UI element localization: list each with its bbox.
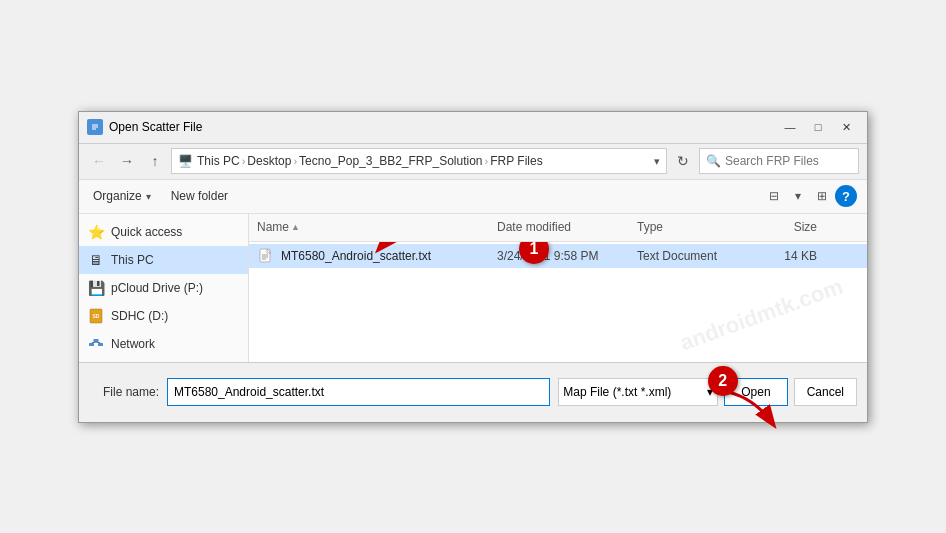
svg-rect-5 — [94, 339, 99, 342]
sdhc-icon: SD — [87, 307, 105, 325]
view-buttons: ⊟ ▾ ⊞ ? — [763, 185, 857, 207]
sidebar-label-this-pc: This PC — [111, 253, 154, 267]
svg-rect-4 — [98, 343, 103, 346]
organize-label: Organize — [93, 189, 142, 203]
file-size-cell: 14 KB — [747, 249, 817, 263]
watermark: androidmtk.com — [677, 273, 847, 356]
title-bar: Open Scatter File — □ ✕ — [79, 112, 867, 144]
pcloud-icon: 💾 — [87, 279, 105, 297]
up-button[interactable]: ↑ — [143, 149, 167, 173]
sidebar-item-quick-access[interactable]: ⭐ Quick access — [79, 218, 248, 246]
file-name-cell: MT6580_Android_scatter.txt — [257, 247, 497, 265]
crumb-folder1[interactable]: Tecno_Pop_3_BB2_FRP_Solution — [299, 154, 482, 168]
column-date[interactable]: Date modified — [497, 220, 637, 234]
filetype-label: Map File (*.txt *.xml) — [563, 385, 671, 399]
svg-rect-3 — [89, 343, 94, 346]
sidebar-item-this-pc[interactable]: 🖥 This PC — [79, 246, 248, 274]
help-button[interactable]: ? — [835, 185, 857, 207]
organize-button[interactable]: Organize ▾ — [89, 187, 155, 205]
sidebar-item-pcloud[interactable]: 💾 pCloud Drive (P:) — [79, 274, 248, 302]
sidebar-label-sdhc: SDHC (D:) — [111, 309, 168, 323]
filetype-dropdown[interactable]: Map File (*.txt *.xml) ▾ — [558, 378, 718, 406]
bottom-bar: File name: Map File (*.txt *.xml) ▾ 2 — [79, 362, 867, 422]
file-date-cell: 3/24/2021 9:58 PM — [497, 249, 637, 263]
cancel-button[interactable]: Cancel — [794, 378, 857, 406]
file-area: Name ▲ Date modified Type Size androidmt… — [249, 214, 867, 362]
svg-line-7 — [96, 342, 101, 343]
main-content: ⭐ Quick access 🖥 This PC 💾 pCloud Drive … — [79, 214, 867, 362]
open-scatter-dialog: Open Scatter File — □ ✕ ← → ↑ 🖥️ This PC… — [78, 111, 868, 423]
view-dropdown-button[interactable]: ▾ — [787, 185, 809, 207]
column-type[interactable]: Type — [637, 220, 747, 234]
minimize-button[interactable]: — — [777, 117, 803, 137]
crumb-desktop[interactable]: Desktop — [247, 154, 291, 168]
sidebar-label-pcloud: pCloud Drive (P:) — [111, 281, 203, 295]
new-folder-button[interactable]: New folder — [167, 187, 232, 205]
dialog-icon — [87, 119, 103, 135]
refresh-button[interactable]: ↻ — [671, 149, 695, 173]
this-pc-icon: 🖥 — [87, 251, 105, 269]
address-dropdown-icon[interactable]: ▾ — [654, 155, 660, 168]
table-row[interactable]: MT6580_Android_scatter.txt 3/24/2021 9:5… — [249, 244, 867, 268]
crumb-thispc[interactable]: This PC — [197, 154, 240, 168]
open-cancel-area: 2 Open — [724, 378, 787, 406]
organize-dropdown-icon: ▾ — [146, 191, 151, 202]
quick-access-icon: ⭐ — [87, 223, 105, 241]
file-type-icon — [257, 247, 275, 265]
file-type-cell: Text Document — [637, 249, 747, 263]
view-details-button[interactable]: ⊟ — [763, 185, 785, 207]
filename-label: File name: — [89, 385, 159, 399]
svg-line-6 — [92, 342, 97, 343]
sort-icon: ▲ — [291, 222, 300, 232]
command-bar: Organize ▾ New folder ⊟ ▾ ⊞ ? — [79, 180, 867, 214]
file-list: androidmtk.com — [249, 242, 867, 362]
column-name[interactable]: Name ▲ — [257, 220, 497, 234]
address-icon: 🖥️ — [178, 154, 193, 168]
address-bar[interactable]: 🖥️ This PC › Desktop › Tecno_Pop_3_BB2_F… — [171, 148, 667, 174]
sidebar-item-network[interactable]: Network — [79, 330, 248, 358]
dialog-title: Open Scatter File — [109, 120, 777, 134]
search-box[interactable]: 🔍 — [699, 148, 859, 174]
close-button[interactable]: ✕ — [833, 117, 859, 137]
file-name: MT6580_Android_scatter.txt — [281, 249, 431, 263]
annotation-circle-2: 2 — [708, 366, 738, 396]
new-folder-label: New folder — [171, 189, 228, 203]
view-pane-button[interactable]: ⊞ — [811, 185, 833, 207]
bottom-right-controls: Map File (*.txt *.xml) ▾ 2 — [558, 378, 857, 406]
sidebar-label-quick-access: Quick access — [111, 225, 182, 239]
sidebar-label-network: Network — [111, 337, 155, 351]
address-toolbar: ← → ↑ 🖥️ This PC › Desktop › Tecno_Pop_3… — [79, 144, 867, 180]
svg-text:SD: SD — [93, 313, 100, 319]
column-size[interactable]: Size — [747, 220, 817, 234]
title-controls: — □ ✕ — [777, 117, 859, 137]
maximize-button[interactable]: □ — [805, 117, 831, 137]
forward-button[interactable]: → — [115, 149, 139, 173]
filename-input[interactable] — [167, 378, 550, 406]
network-icon — [87, 335, 105, 353]
search-icon: 🔍 — [706, 154, 721, 168]
sidebar-item-sdhc[interactable]: SD SDHC (D:) — [79, 302, 248, 330]
search-input[interactable] — [725, 154, 845, 168]
back-button[interactable]: ← — [87, 149, 111, 173]
crumb-frpfiles[interactable]: FRP Files — [490, 154, 542, 168]
file-list-header: Name ▲ Date modified Type Size — [249, 214, 867, 242]
breadcrumbs: This PC › Desktop › Tecno_Pop_3_BB2_FRP_… — [197, 154, 650, 168]
sidebar: ⭐ Quick access 🖥 This PC 💾 pCloud Drive … — [79, 214, 249, 362]
